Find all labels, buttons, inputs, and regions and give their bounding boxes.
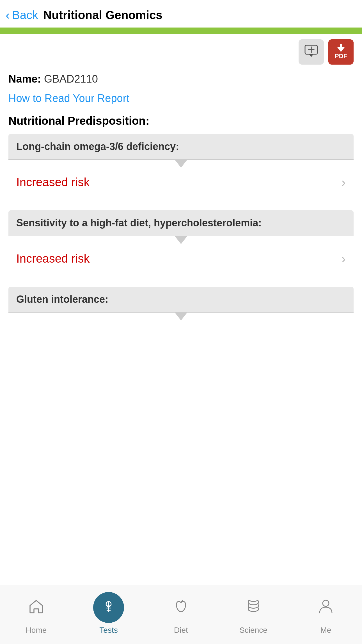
page-title: Nutritional Genomics bbox=[43, 8, 162, 22]
nav-me-label: Me bbox=[320, 626, 331, 635]
me-icon bbox=[319, 599, 333, 616]
svg-point-11 bbox=[323, 600, 329, 606]
main-content: Name: GBAD2110 How to Read Your Report N… bbox=[0, 67, 362, 382]
pdf-icon: PDF bbox=[335, 44, 347, 60]
card-gluten: Gluten intolerance: bbox=[8, 287, 354, 320]
nav-item-diet[interactable]: Diet bbox=[145, 592, 217, 635]
card-fat-header: Sensitivity to a high-fat diet, hypercho… bbox=[8, 210, 354, 236]
card-fat-risk: Increased risk bbox=[16, 252, 90, 265]
comment-button[interactable] bbox=[299, 39, 324, 65]
back-button[interactable]: Back bbox=[12, 8, 38, 22]
svg-marker-1 bbox=[309, 54, 313, 57]
name-line: Name: GBAD2110 bbox=[8, 73, 354, 85]
nav-me-circle bbox=[310, 592, 341, 623]
card-omega-risk-row[interactable]: Increased risk › bbox=[8, 168, 354, 197]
header: ‹ Back Nutritional Genomics bbox=[0, 0, 362, 28]
card-omega: Long-chain omega-3/6 deficiency: Increas… bbox=[8, 134, 354, 197]
card-omega-risk: Increased risk bbox=[16, 176, 90, 189]
diet-icon bbox=[174, 599, 188, 616]
name-label: Name: bbox=[8, 73, 41, 85]
nav-science-label: Science bbox=[239, 626, 267, 635]
bottom-nav: Home Tests bbox=[0, 585, 362, 644]
nav-item-tests[interactable]: Tests bbox=[72, 592, 145, 635]
science-icon bbox=[246, 599, 261, 616]
toolbar: PDF bbox=[0, 34, 362, 67]
card-omega-header: Long-chain omega-3/6 deficiency: bbox=[8, 134, 354, 160]
card-gluten-title: Gluten intolerance: bbox=[16, 293, 108, 305]
tests-icon bbox=[102, 600, 116, 615]
nav-tests-label: Tests bbox=[99, 626, 118, 635]
home-icon bbox=[29, 599, 43, 616]
nav-science-circle bbox=[238, 592, 269, 623]
svg-rect-5 bbox=[340, 44, 342, 48]
card-gluten-header: Gluten intolerance: bbox=[8, 287, 354, 313]
nav-home-circle bbox=[21, 592, 52, 623]
card-fat: Sensitivity to a high-fat diet, hypercho… bbox=[8, 210, 354, 273]
chevron-right-icon: › bbox=[341, 176, 346, 189]
card-fat-risk-row[interactable]: Increased risk › bbox=[8, 244, 354, 273]
pdf-button[interactable]: PDF bbox=[328, 39, 354, 65]
nav-item-home[interactable]: Home bbox=[0, 592, 72, 635]
triangle-fat bbox=[175, 236, 187, 244]
chevron-right-icon-2: › bbox=[341, 252, 346, 265]
triangle-omega bbox=[175, 160, 187, 168]
nav-home-label: Home bbox=[26, 626, 47, 635]
report-content: Name: GBAD2110 How to Read Your Report N… bbox=[0, 67, 362, 320]
nav-diet-label: Diet bbox=[174, 626, 188, 635]
nav-item-me[interactable]: Me bbox=[290, 592, 362, 635]
nav-diet-circle bbox=[166, 592, 196, 623]
triangle-gluten bbox=[175, 313, 187, 320]
comment-icon bbox=[304, 45, 318, 60]
back-chevron-icon: ‹ bbox=[6, 9, 10, 21]
section-title: Nutritional Predisposition: bbox=[8, 115, 354, 127]
card-fat-title: Sensitivity to a high-fat diet, hypercho… bbox=[16, 217, 262, 229]
how-to-read-link[interactable]: How to Read Your Report bbox=[8, 92, 354, 104]
accent-bar bbox=[0, 28, 362, 34]
nav-item-science[interactable]: Science bbox=[217, 592, 290, 635]
card-omega-title: Long-chain omega-3/6 deficiency: bbox=[16, 141, 179, 152]
nav-tests-circle bbox=[93, 592, 124, 623]
name-value: GBAD2110 bbox=[44, 73, 98, 85]
